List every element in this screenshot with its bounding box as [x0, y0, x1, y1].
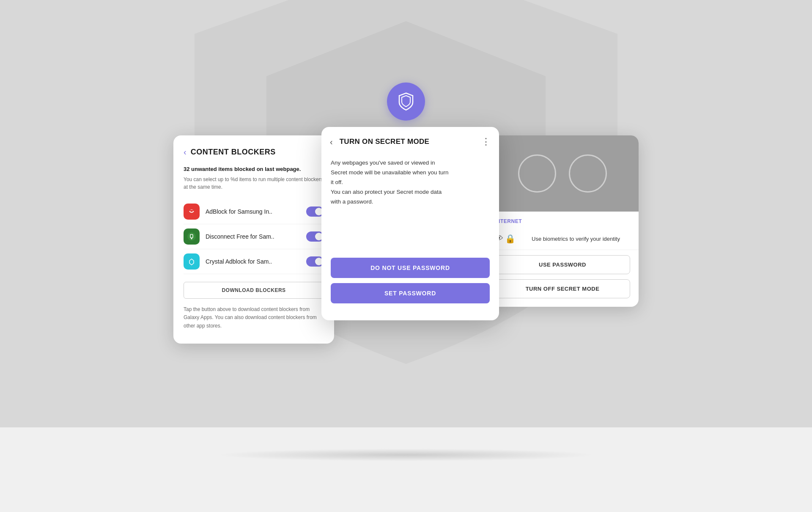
blockers-subtitle-light: You can select up to %d items to run mul…: [184, 176, 324, 191]
blocker-item-adblock: AdBlock for Samsung In..: [184, 199, 324, 224]
bottom-area: [0, 427, 812, 512]
center-panel-body: Any webpages you've saved or viewed in S…: [321, 154, 499, 320]
panel-right-top-area: [486, 135, 639, 212]
menu-button-center[interactable]: ⋮: [481, 136, 491, 147]
circle-right: [569, 154, 607, 193]
internet-panel: INTERNET 👁 🔒 Use biometrics to verify yo…: [486, 135, 639, 307]
internet-section-label: INTERNET: [486, 212, 639, 228]
circle-left: [518, 154, 556, 193]
blockers-footer: Tap the button above to download content…: [184, 306, 324, 330]
use-password-button[interactable]: USE PASSWORD: [495, 255, 630, 274]
panel-left-header: ‹ CONTENT BLOCKERS: [184, 147, 324, 157]
blockers-subtitle-bold: 32 unwanted items blocked on last webpag…: [184, 165, 324, 173]
svg-point-3: [191, 238, 192, 239]
center-panel-title: TURN ON SECRET MODE: [340, 138, 481, 146]
disconnect-icon: [184, 228, 200, 245]
panel-left-title: CONTENT BLOCKERS: [191, 148, 276, 157]
back-button-left[interactable]: ‹: [184, 147, 187, 157]
content-blockers-panel: ‹ CONTENT BLOCKERS 32 unwanted items blo…: [173, 135, 334, 344]
biometrics-row: 👁 🔒 Use biometrics to verify your identi…: [486, 228, 639, 250]
adblock-label: AdBlock for Samsung In..: [206, 208, 300, 215]
center-panel-header: ‹ TURN ON SECRET MODE ⋮: [321, 127, 499, 154]
center-security-icon: [387, 83, 425, 121]
back-button-center[interactable]: ‹: [330, 137, 333, 147]
blocker-item-crystal: Crystal Adblock for Sam..: [184, 249, 324, 274]
secret-mode-description: Any webpages you've saved or viewed in S…: [331, 158, 490, 207]
blocker-item-disconnect: Disconnect Free for Sam..: [184, 224, 324, 249]
disconnect-label: Disconnect Free for Sam..: [206, 233, 300, 240]
biometrics-text: Use biometrics to verify your identity: [521, 236, 630, 242]
set-password-button[interactable]: SET PASSWORD: [331, 283, 490, 303]
fingerprint-icon: 🔒: [505, 234, 516, 244]
ground-shadow: [216, 449, 596, 461]
adblock-icon: [184, 204, 200, 220]
secret-mode-panel: ‹ TURN ON SECRET MODE ⋮ Any webpages you…: [321, 127, 499, 320]
panels-container: ‹ CONTENT BLOCKERS 32 unwanted items blo…: [173, 127, 639, 344]
turn-off-secret-mode-button[interactable]: TURN OFF SECRET MODE: [495, 279, 630, 298]
svg-point-0: [187, 207, 196, 216]
svg-point-4: [187, 257, 196, 266]
crystal-icon: [184, 253, 200, 270]
do-not-use-password-button[interactable]: DO NOT USE PASSWORD: [331, 258, 490, 278]
crystal-label: Crystal Adblock for Sam..: [206, 258, 300, 265]
svg-point-1: [187, 232, 196, 241]
download-blockers-button[interactable]: DOWNLOAD BLOCKERS: [184, 282, 324, 299]
